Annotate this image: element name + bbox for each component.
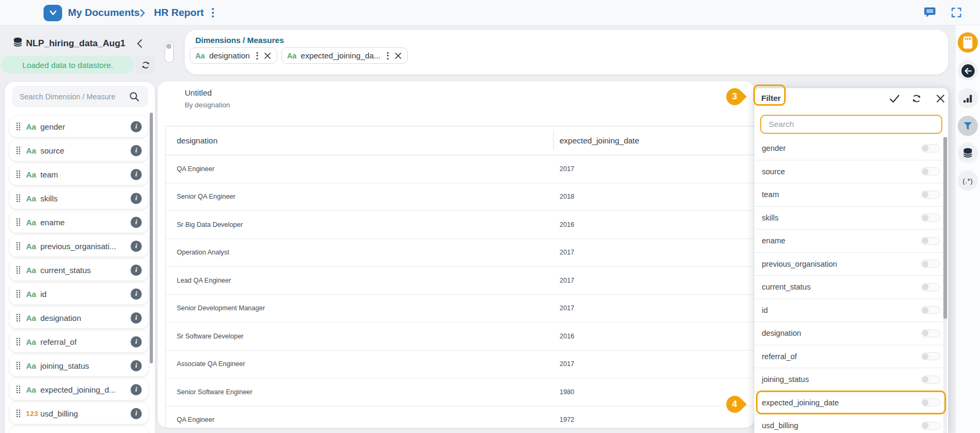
filter-toggle[interactable] <box>921 376 940 384</box>
drag-handle-icon[interactable] <box>16 290 21 298</box>
info-icon[interactable]: i <box>131 241 142 252</box>
field-item[interactable]: Aa joining_status i <box>10 355 148 376</box>
table-row[interactable]: Senior QA Engineer 2018 <box>166 183 754 211</box>
filter-search-input[interactable] <box>768 119 927 129</box>
info-icon[interactable]: i <box>131 384 142 395</box>
refresh-dataset-button[interactable] <box>136 56 155 74</box>
field-search-input[interactable] <box>19 92 127 101</box>
filter-item[interactable]: gender <box>754 137 943 160</box>
filter-item[interactable]: source <box>754 160 943 184</box>
field-item[interactable]: Aa designation i <box>10 307 148 328</box>
filter-toggle[interactable] <box>921 352 940 360</box>
field-item[interactable]: Aa team i <box>10 164 148 185</box>
layout-toggle[interactable] <box>165 41 174 63</box>
table-row[interactable]: QA Engineer 1972 <box>166 406 754 428</box>
table-row[interactable]: QA Engineer 2017 <box>166 155 754 183</box>
info-icon[interactable]: i <box>131 336 142 347</box>
info-icon[interactable]: i <box>131 288 142 300</box>
field-item[interactable]: Aa current_status i <box>10 259 148 281</box>
drag-handle-icon[interactable] <box>16 313 21 322</box>
back-icon[interactable] <box>958 61 978 81</box>
field-item[interactable]: Aa ename i <box>10 211 148 233</box>
chip-menu-icon[interactable] <box>256 52 258 60</box>
collapse-panel-icon[interactable] <box>136 39 143 50</box>
column-header-designation[interactable]: designation <box>166 126 553 155</box>
field-item[interactable]: 123 usd_billing i <box>10 403 148 424</box>
field-item[interactable]: Aa skills i <box>10 188 148 209</box>
document-title[interactable]: HR Report <box>154 0 204 26</box>
filter-toggle[interactable] <box>921 191 940 199</box>
drag-handle-icon[interactable] <box>16 409 21 418</box>
chip-close-icon[interactable] <box>394 52 402 60</box>
info-icon[interactable]: i <box>131 121 142 132</box>
folder-icon[interactable] <box>44 5 62 21</box>
dimension-chip[interactable]: Aa designation <box>190 47 277 64</box>
document-menu-icon[interactable] <box>212 8 214 18</box>
filter-toggle[interactable] <box>921 422 940 430</box>
info-icon[interactable]: i <box>131 408 142 419</box>
filter-item[interactable]: expected_joining_date <box>754 392 943 415</box>
filter-icon[interactable] <box>958 116 978 136</box>
filter-toggle[interactable] <box>921 260 940 268</box>
filter-toggle[interactable] <box>921 214 940 222</box>
table-row[interactable]: Lead QA Engineer 2017 <box>166 267 754 295</box>
filter-toggle[interactable] <box>921 237 940 245</box>
field-item[interactable]: Aa source i <box>10 140 148 161</box>
field-item[interactable]: Aa referral_of i <box>10 331 148 352</box>
filter-toggle[interactable] <box>921 145 940 152</box>
regex-icon[interactable]: (.*) <box>958 171 978 191</box>
filter-item[interactable]: usd_billing <box>754 414 943 433</box>
drag-handle-icon[interactable] <box>16 218 21 226</box>
table-row[interactable]: Operation Analyst 2017 <box>166 239 754 267</box>
dimension-chip[interactable]: Aa expected_joining_da... <box>281 47 408 64</box>
info-icon[interactable]: i <box>131 217 142 228</box>
breadcrumb-my-documents[interactable]: My Documents <box>68 0 140 26</box>
drag-handle-icon[interactable] <box>16 146 21 155</box>
chip-close-icon[interactable] <box>264 52 271 60</box>
filter-item[interactable]: previous_organisation <box>754 253 943 276</box>
field-item[interactable]: Aa id i <box>10 283 148 304</box>
filter-toggle[interactable] <box>921 167 940 175</box>
filter-search[interactable] <box>760 115 942 134</box>
reset-filter-icon[interactable] <box>910 92 923 105</box>
table-row[interactable]: Senior Software Engineer 1980 <box>166 378 754 406</box>
info-icon[interactable]: i <box>131 265 142 276</box>
field-item[interactable]: Aa expected_joining_d... i <box>10 379 148 400</box>
drag-handle-icon[interactable] <box>16 337 21 346</box>
field-item[interactable]: Aa gender i <box>10 116 148 137</box>
drag-handle-icon[interactable] <box>16 170 21 179</box>
apply-filter-icon[interactable] <box>888 92 901 105</box>
fields-scrollbar[interactable] <box>150 113 153 363</box>
filter-item[interactable]: ename <box>754 230 943 253</box>
column-header-expected-joining-date[interactable]: expected_joining_date <box>553 126 754 155</box>
info-icon[interactable]: i <box>131 145 142 156</box>
drag-handle-icon[interactable] <box>16 266 21 274</box>
field-item[interactable]: Aa previous_organisati... i <box>10 235 148 257</box>
filter-toggle[interactable] <box>921 306 940 314</box>
table-row[interactable]: Sr Big Data Developer 2016 <box>166 211 754 239</box>
chat-icon[interactable] <box>924 7 936 20</box>
storage-icon[interactable] <box>958 32 978 53</box>
filter-panel-title[interactable]: Filter <box>761 94 781 103</box>
filter-toggle[interactable] <box>921 329 940 337</box>
table-row[interactable]: Sr Software Developer 2016 <box>166 322 754 351</box>
drag-handle-icon[interactable] <box>16 194 21 202</box>
info-icon[interactable]: i <box>131 360 142 371</box>
filter-item[interactable]: team <box>754 183 943 207</box>
chart-icon[interactable] <box>958 88 978 108</box>
info-icon[interactable]: i <box>131 169 142 180</box>
fullscreen-icon[interactable] <box>951 7 961 20</box>
filter-toggle[interactable] <box>921 398 940 406</box>
table-row[interactable]: Senior Development Manager 2017 <box>166 295 754 323</box>
filter-item[interactable]: current_status <box>754 276 943 299</box>
chip-menu-icon[interactable] <box>387 52 389 60</box>
datastore-tool-icon[interactable] <box>958 143 978 163</box>
filter-item[interactable]: joining_status <box>754 368 943 392</box>
drag-handle-icon[interactable] <box>16 242 21 250</box>
info-icon[interactable]: i <box>131 193 142 204</box>
close-filter-icon[interactable] <box>934 92 947 105</box>
field-search[interactable] <box>12 86 148 107</box>
filter-item[interactable]: designation <box>754 322 943 345</box>
table-row[interactable]: Associate QA Engineer 2017 <box>166 351 754 379</box>
info-icon[interactable]: i <box>131 312 142 324</box>
